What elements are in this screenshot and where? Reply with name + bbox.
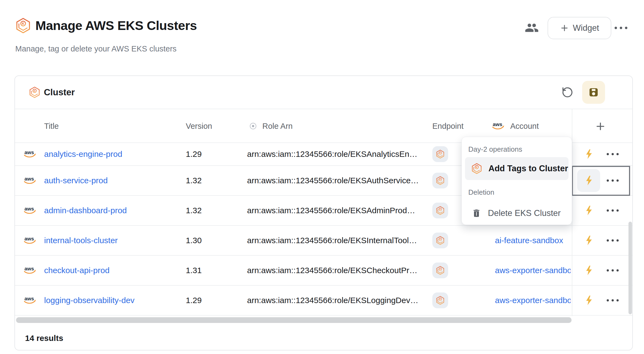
vertical-scrollbar[interactable] xyxy=(628,222,632,314)
results-count: 14 results xyxy=(25,334,63,343)
cluster-title-link[interactable]: logging-observability-dev xyxy=(44,296,135,305)
cluster-version: 1.32 xyxy=(186,176,202,185)
eks-icon xyxy=(471,163,482,174)
endpoint-chip[interactable] xyxy=(432,146,448,162)
undo-icon[interactable] xyxy=(561,86,573,98)
eks-icon xyxy=(436,206,445,215)
table-row: logging-observability-dev 1.29 arn:aws:i… xyxy=(15,286,632,316)
account-link[interactable]: ai-feature-sandbox xyxy=(495,236,571,245)
add-column-icon[interactable] xyxy=(595,121,606,132)
aws-logo-icon xyxy=(23,236,38,245)
eks-icon xyxy=(436,176,445,185)
eks-icon xyxy=(436,236,445,245)
page-title: Manage AWS EKS Clusters xyxy=(35,17,197,34)
cluster-role-arn: arn:aws:iam::12345566:role/EKSInternalTo… xyxy=(247,236,417,245)
add-widget-label: Widget xyxy=(573,23,599,33)
cluster-version: 1.30 xyxy=(186,236,202,245)
aws-logo-icon xyxy=(23,295,38,305)
focused-action-cell-outline xyxy=(572,166,630,196)
column-header-role-arn[interactable]: Role Arn xyxy=(262,122,293,131)
eks-app-icon xyxy=(15,17,31,34)
quick-action-bolt-icon[interactable] xyxy=(583,265,595,276)
quick-action-bolt-icon[interactable] xyxy=(583,295,595,306)
eks-icon xyxy=(436,149,445,159)
eks-icon xyxy=(436,266,445,275)
widget-title: Cluster xyxy=(44,76,75,109)
endpoint-chip[interactable] xyxy=(432,203,448,218)
aws-logo-icon xyxy=(491,121,506,131)
cluster-title-link[interactable]: auth-service-prod xyxy=(44,176,108,185)
endpoint-chip[interactable] xyxy=(432,292,448,308)
column-header-account[interactable]: Account xyxy=(510,122,539,131)
menu-section-label: Day-2 operations xyxy=(468,145,522,154)
eks-widget-icon xyxy=(29,86,41,98)
row-more-menu-icon[interactable] xyxy=(607,153,619,155)
menu-item-label: Delete EKS Cluster xyxy=(488,208,561,218)
table-row: checkout-api-prod 1.31 arn:aws:iam::1234… xyxy=(15,256,632,286)
cluster-widget-panel: Cluster Title Version Role Arn Endpoint … xyxy=(14,75,633,350)
account-link[interactable]: aws-exporter-sandbox xyxy=(495,296,571,305)
quick-action-bolt-icon[interactable] xyxy=(583,148,595,160)
row-more-menu-icon[interactable] xyxy=(607,269,619,271)
add-widget-button[interactable]: Widget xyxy=(548,17,611,39)
table-row: internal-tools-cluster 1.30 arn:aws:iam:… xyxy=(15,226,632,256)
quick-action-bolt-icon[interactable] xyxy=(583,235,595,246)
aws-logo-icon xyxy=(23,206,38,215)
endpoint-chip[interactable] xyxy=(432,233,448,248)
cluster-version: 1.29 xyxy=(186,296,202,305)
account-link[interactable]: aws-exporter-sandbox xyxy=(495,266,571,275)
cluster-role-arn: arn:aws:iam::12345566:role/EKSLoggingDev… xyxy=(247,296,418,305)
cluster-role-arn: arn:aws:iam::12345566:role/EKSAdminProd… xyxy=(247,206,415,215)
menu-section-label: Deletion xyxy=(468,188,494,197)
quick-action-bolt-icon[interactable] xyxy=(583,205,595,216)
column-header-version[interactable]: Version xyxy=(186,122,212,131)
cluster-title-link[interactable]: internal-tools-cluster xyxy=(44,236,118,245)
save-icon xyxy=(588,87,599,98)
save-button[interactable] xyxy=(582,81,605,104)
column-header-endpoint[interactable]: Endpoint xyxy=(432,122,464,131)
cluster-version: 1.32 xyxy=(186,206,202,215)
eks-icon xyxy=(436,296,445,305)
menu-item-add-tags[interactable]: Add Tags to Cluster xyxy=(465,157,569,180)
radio-property-icon xyxy=(249,122,257,130)
cluster-version: 1.29 xyxy=(186,149,202,159)
cluster-title-link[interactable]: admin-dashboard-prod xyxy=(44,206,127,215)
cluster-role-arn: arn:aws:iam::12345566:role/EKSAnalyticsE… xyxy=(247,149,417,159)
endpoint-chip[interactable] xyxy=(432,263,448,278)
horizontal-scrollbar[interactable] xyxy=(16,317,572,323)
menu-item-label: Add Tags to Cluster xyxy=(488,164,568,173)
menu-item-delete-cluster[interactable]: Delete EKS Cluster xyxy=(465,202,569,225)
row-more-menu-icon[interactable] xyxy=(607,209,619,212)
plus-icon xyxy=(560,23,569,33)
aws-logo-icon xyxy=(23,149,38,159)
cluster-role-arn: arn:aws:iam::12345566:role/EKSAuthServic… xyxy=(247,176,419,185)
trash-icon xyxy=(472,208,481,218)
aws-logo-icon xyxy=(23,266,38,275)
cluster-title-link[interactable]: analytics-engine-prod xyxy=(44,149,122,159)
row-more-menu-icon[interactable] xyxy=(607,299,619,301)
row-more-menu-icon[interactable] xyxy=(607,239,619,242)
page-subtitle: Manage, tag or delete your AWS EKS clust… xyxy=(15,44,177,53)
column-header-title[interactable]: Title xyxy=(44,122,59,131)
cluster-title-link[interactable]: checkout-api-prod xyxy=(44,266,110,275)
share-users-icon[interactable] xyxy=(525,21,539,35)
row-actions-context-menu: Day-2 operations Add Tags to Cluster Del… xyxy=(461,137,572,225)
aws-logo-icon xyxy=(23,176,38,185)
page-more-menu-icon[interactable] xyxy=(615,26,627,29)
cluster-version: 1.31 xyxy=(186,266,202,275)
cluster-role-arn: arn:aws:iam::12345566:role/EKSCheckoutPr… xyxy=(247,266,417,275)
widget-header: Cluster xyxy=(15,76,632,109)
endpoint-chip[interactable] xyxy=(432,173,448,188)
